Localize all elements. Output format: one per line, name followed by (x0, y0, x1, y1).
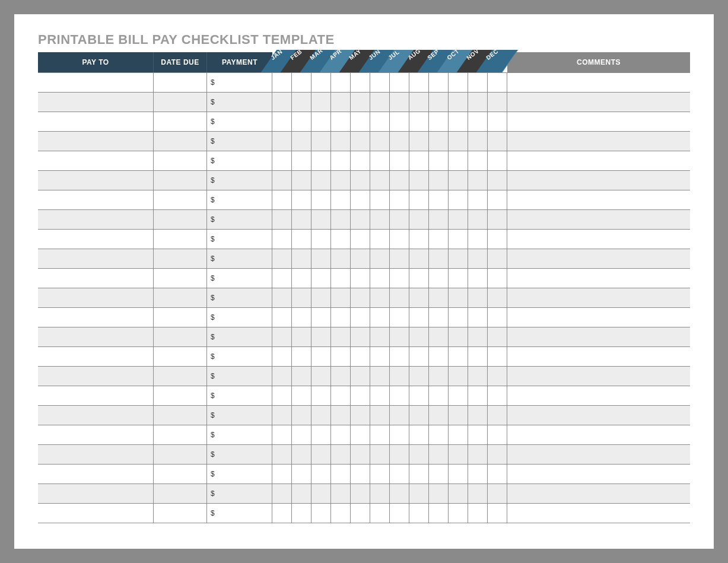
cell-month-feb[interactable] (292, 327, 311, 346)
cell-month-jun[interactable] (370, 230, 390, 249)
cell-month-nov[interactable] (468, 230, 488, 249)
cell-month-dec[interactable] (488, 465, 507, 484)
cell-month-jan[interactable] (272, 308, 292, 327)
cell-month-sep[interactable] (429, 386, 449, 405)
cell-datedue[interactable] (154, 210, 207, 229)
cell-month-jul[interactable] (390, 269, 409, 288)
cell-payment[interactable]: $ (207, 249, 272, 268)
cell-month-jun[interactable] (370, 112, 390, 131)
cell-month-jan[interactable] (272, 171, 292, 190)
cell-month-jun[interactable] (370, 171, 390, 190)
cell-month-apr[interactable] (331, 465, 351, 484)
cell-month-jan[interactable] (272, 288, 292, 307)
cell-month-nov[interactable] (468, 484, 488, 503)
cell-datedue[interactable] (154, 112, 207, 131)
cell-month-sep[interactable] (429, 230, 449, 249)
cell-month-dec[interactable] (488, 151, 507, 170)
cell-month-aug[interactable] (409, 484, 429, 503)
cell-comments[interactable] (507, 249, 690, 268)
cell-month-may[interactable] (351, 151, 370, 170)
cell-month-dec[interactable] (488, 484, 507, 503)
cell-month-may[interactable] (351, 288, 370, 307)
cell-month-nov[interactable] (468, 171, 488, 190)
cell-datedue[interactable] (154, 249, 207, 268)
cell-comments[interactable] (507, 386, 690, 405)
cell-month-dec[interactable] (488, 347, 507, 366)
cell-month-jan[interactable] (272, 406, 292, 425)
cell-month-oct[interactable] (449, 230, 468, 249)
cell-month-dec[interactable] (488, 230, 507, 249)
cell-comments[interactable] (507, 288, 690, 307)
cell-month-may[interactable] (351, 504, 370, 523)
cell-month-sep[interactable] (429, 249, 449, 268)
cell-month-sep[interactable] (429, 484, 449, 503)
cell-month-jul[interactable] (390, 132, 409, 151)
cell-month-dec[interactable] (488, 445, 507, 464)
cell-month-sep[interactable] (429, 73, 449, 92)
cell-month-jun[interactable] (370, 425, 390, 444)
cell-month-oct[interactable] (449, 484, 468, 503)
cell-month-jan[interactable] (272, 367, 292, 386)
cell-month-apr[interactable] (331, 269, 351, 288)
cell-month-jan[interactable] (272, 327, 292, 346)
cell-month-jul[interactable] (390, 151, 409, 170)
cell-month-may[interactable] (351, 308, 370, 327)
cell-month-jun[interactable] (370, 504, 390, 523)
cell-month-may[interactable] (351, 73, 370, 92)
cell-month-mar[interactable] (311, 425, 331, 444)
cell-month-apr[interactable] (331, 112, 351, 131)
cell-month-mar[interactable] (311, 484, 331, 503)
cell-payto[interactable] (38, 171, 154, 190)
cell-month-jul[interactable] (390, 465, 409, 484)
cell-datedue[interactable] (154, 406, 207, 425)
cell-month-sep[interactable] (429, 406, 449, 425)
cell-month-jul[interactable] (390, 327, 409, 346)
cell-month-oct[interactable] (449, 190, 468, 209)
cell-datedue[interactable] (154, 367, 207, 386)
cell-month-sep[interactable] (429, 288, 449, 307)
cell-comments[interactable] (507, 465, 690, 484)
cell-month-aug[interactable] (409, 249, 429, 268)
cell-comments[interactable] (507, 269, 690, 288)
cell-month-aug[interactable] (409, 445, 429, 464)
cell-month-aug[interactable] (409, 93, 429, 112)
cell-month-apr[interactable] (331, 249, 351, 268)
cell-datedue[interactable] (154, 425, 207, 444)
cell-month-feb[interactable] (292, 445, 311, 464)
cell-month-oct[interactable] (449, 249, 468, 268)
cell-month-dec[interactable] (488, 132, 507, 151)
cell-month-dec[interactable] (488, 112, 507, 131)
cell-datedue[interactable] (154, 171, 207, 190)
cell-payto[interactable] (38, 249, 154, 268)
cell-payment[interactable]: $ (207, 465, 272, 484)
cell-month-jun[interactable] (370, 93, 390, 112)
cell-month-dec[interactable] (488, 171, 507, 190)
cell-payto[interactable] (38, 230, 154, 249)
cell-month-apr[interactable] (331, 504, 351, 523)
cell-month-nov[interactable] (468, 445, 488, 464)
cell-month-apr[interactable] (331, 210, 351, 229)
cell-month-dec[interactable] (488, 504, 507, 523)
cell-month-jan[interactable] (272, 425, 292, 444)
cell-month-feb[interactable] (292, 308, 311, 327)
cell-payment[interactable]: $ (207, 425, 272, 444)
cell-month-sep[interactable] (429, 269, 449, 288)
cell-comments[interactable] (507, 445, 690, 464)
cell-month-feb[interactable] (292, 190, 311, 209)
cell-month-aug[interactable] (409, 367, 429, 386)
cell-month-mar[interactable] (311, 112, 331, 131)
cell-month-apr[interactable] (331, 367, 351, 386)
cell-comments[interactable] (507, 93, 690, 112)
cell-payment[interactable]: $ (207, 308, 272, 327)
cell-month-nov[interactable] (468, 112, 488, 131)
cell-month-jul[interactable] (390, 230, 409, 249)
cell-month-jun[interactable] (370, 288, 390, 307)
cell-month-sep[interactable] (429, 112, 449, 131)
cell-month-nov[interactable] (468, 269, 488, 288)
cell-datedue[interactable] (154, 73, 207, 92)
cell-comments[interactable] (507, 308, 690, 327)
cell-month-oct[interactable] (449, 151, 468, 170)
cell-month-apr[interactable] (331, 230, 351, 249)
cell-month-mar[interactable] (311, 465, 331, 484)
cell-month-dec[interactable] (488, 190, 507, 209)
